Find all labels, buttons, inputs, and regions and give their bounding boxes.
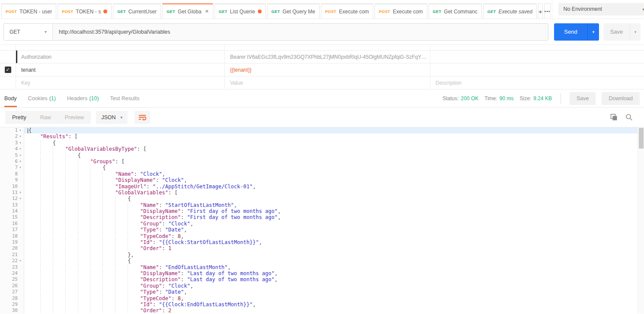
indent-guide <box>103 308 115 314</box>
code-line[interactable]: "Order": 2 <box>24 308 638 314</box>
indent-guide <box>53 239 65 245</box>
header-description-cell[interactable] <box>430 51 644 63</box>
code-line[interactable]: "Name": "Clock", <box>24 171 638 177</box>
request-tab[interactable]: GETExecute saved <box>483 3 537 19</box>
request-tab[interactable]: POSTTOKEN - s <box>58 3 112 19</box>
response-tab-body[interactable]: Body <box>4 89 17 107</box>
fold-arrow-icon[interactable]: ▾ <box>18 196 23 202</box>
value-placeholder[interactable]: Value <box>225 76 430 89</box>
code-line[interactable]: { <box>24 127 638 133</box>
request-tab[interactable]: GETGet Commanc <box>429 3 482 19</box>
request-tab[interactable]: POSTExecute com <box>321 3 373 19</box>
code-line[interactable]: "Type": "Date", <box>24 289 638 295</box>
code-line[interactable]: "Name": "StartOfLastLastMonth", <box>24 202 638 208</box>
view-mode-preview[interactable]: Preview <box>58 111 91 124</box>
fold-arrow-icon[interactable]: ▾ <box>18 140 23 146</box>
code-line[interactable]: { <box>24 258 638 264</box>
code-line[interactable]: { <box>24 165 638 171</box>
code-line[interactable]: "DisplayName": "Clock", <box>24 177 638 183</box>
indent-guide <box>40 221 53 227</box>
close-icon[interactable]: ✕ <box>204 9 209 14</box>
indent-guide <box>65 159 78 165</box>
tab-options-button[interactable]: ••• <box>544 3 551 19</box>
fold-arrow-icon[interactable]: ▾ <box>18 159 23 165</box>
view-mode-pretty[interactable]: Pretty <box>5 111 33 124</box>
request-tab[interactable]: GETList Querie <box>215 3 266 19</box>
indent-guide <box>103 283 115 289</box>
code-line[interactable]: "DisplayName": "First day of two months … <box>24 208 638 214</box>
header-value-cell[interactable]: {{tenant}} <box>225 63 430 76</box>
fold-arrow-icon[interactable]: ▾ <box>18 152 23 159</box>
request-tab[interactable]: GETCurrentUser <box>113 3 161 19</box>
code-line[interactable]: { <box>24 140 638 146</box>
code-line[interactable]: "Name": "EndOfLastLastMonth", <box>24 264 638 270</box>
fold-arrow-icon[interactable]: ▾ <box>18 165 23 171</box>
request-tab[interactable]: POSTExecute com <box>375 3 427 19</box>
request-tab[interactable]: GETGet Globa✕ <box>162 3 213 19</box>
code-line[interactable]: }, <box>24 252 638 258</box>
header-description-cell[interactable] <box>430 63 644 76</box>
indent-guide <box>65 208 78 214</box>
save-response-button[interactable]: Save <box>570 92 596 105</box>
key-placeholder[interactable]: Key <box>16 76 225 89</box>
header-key-cell[interactable]: Authorization <box>16 51 225 63</box>
response-body-editor[interactable]: 1▾2▾3▾4▾5▾6▾7▾891011▾12▾1314151617181920… <box>0 127 644 314</box>
code-line[interactable]: "Description": "Last day of two months a… <box>24 276 638 282</box>
fold-arrow-icon[interactable]: ▾ <box>18 127 23 133</box>
fold-arrow-icon[interactable]: ▾ <box>18 190 23 196</box>
fold-arrow-icon[interactable]: ▾ <box>18 258 23 264</box>
response-tab-test-results[interactable]: Test Results <box>110 89 139 107</box>
wrap-text-button[interactable] <box>135 111 150 124</box>
editor-lines[interactable]: {"Results": [{"GlobalVariablesByType": [… <box>24 127 638 314</box>
indent-guide <box>40 245 53 251</box>
request-url-input[interactable]: http://localhost:3579/api/query/GlobalVa… <box>53 23 548 41</box>
environment-select[interactable]: No Environment ▾ <box>558 3 644 16</box>
view-mode-raw[interactable]: Raw <box>33 111 58 124</box>
indent-guide <box>90 190 103 196</box>
code-line[interactable]: "Groups": [ <box>24 159 638 165</box>
code-line[interactable]: "Results": [ <box>24 133 638 140</box>
send-options-caret[interactable]: ▾ <box>587 23 599 41</box>
request-tab[interactable]: GETGet Query Me <box>267 3 320 19</box>
fold-arrow-icon[interactable]: ▾ <box>18 133 23 140</box>
response-format-select[interactable]: JSON ▾ <box>96 111 128 124</box>
editor-scrollbar[interactable] <box>638 127 644 314</box>
code-token: 1 <box>168 245 171 251</box>
code-line[interactable]: "ImageUrl": "../AppStitch/GetImage/Clock… <box>24 184 638 190</box>
code-line[interactable]: "GlobalVariablesByType": [ <box>24 146 638 152</box>
code-line[interactable]: { <box>24 152 638 159</box>
indent-guide <box>103 301 115 308</box>
code-line[interactable]: "TypeCode": 8, <box>24 233 638 239</box>
code-token: , <box>181 295 184 301</box>
code-line[interactable]: "Id": "{{Clock:EndOfLastLastMonth}}", <box>24 301 638 308</box>
response-tab-cookies[interactable]: Cookies(1) <box>28 89 56 107</box>
http-method-select[interactable]: GET ▾ <box>3 23 53 41</box>
new-tab-button[interactable]: + <box>538 3 543 19</box>
scrollbar-thumb[interactable] <box>639 128 644 149</box>
copy-icon[interactable] <box>610 114 618 121</box>
code-line[interactable]: { <box>24 196 638 202</box>
code-line[interactable]: "Type": "Date", <box>24 227 638 233</box>
send-button[interactable]: Send <box>554 23 587 41</box>
search-icon[interactable] <box>625 114 633 121</box>
request-tab[interactable]: POSTTOKEN - user <box>1 3 56 19</box>
header-key-cell[interactable]: tenant <box>16 63 225 76</box>
save-request-button[interactable]: Save <box>603 23 630 41</box>
header-value-cell[interactable]: Bearer tV6aEGc23fLqv9m23GQ7XPhbL27jMN0px… <box>225 51 430 63</box>
code-line[interactable]: "Group": "Clock", <box>24 283 638 289</box>
download-response-button[interactable]: Download <box>602 92 640 105</box>
code-line[interactable]: "GlobalVariables": [ <box>24 190 638 196</box>
code-line[interactable]: "TypeCode": 8, <box>24 295 638 301</box>
code-line[interactable]: "DisplayName": "Last day of two months a… <box>24 270 638 276</box>
row-checkbox[interactable]: ✓ <box>5 67 11 73</box>
code-line[interactable]: "Group": "Clock", <box>24 221 638 227</box>
response-tab-headers[interactable]: Headers(10) <box>67 89 99 107</box>
code-token: "GlobalVariables" <box>115 190 168 196</box>
save-options-caret[interactable]: ▾ <box>630 23 641 41</box>
code-line[interactable]: "Id": "{{Clock:StartOfLastLastMonth}}", <box>24 239 638 245</box>
description-placeholder[interactable]: Description <box>430 76 644 89</box>
code-line[interactable]: "Description": "First day of two months … <box>24 214 638 220</box>
code-line[interactable]: "Order": 1 <box>24 245 638 251</box>
indent-guide <box>115 233 128 239</box>
fold-arrow-icon[interactable]: ▾ <box>18 146 23 152</box>
